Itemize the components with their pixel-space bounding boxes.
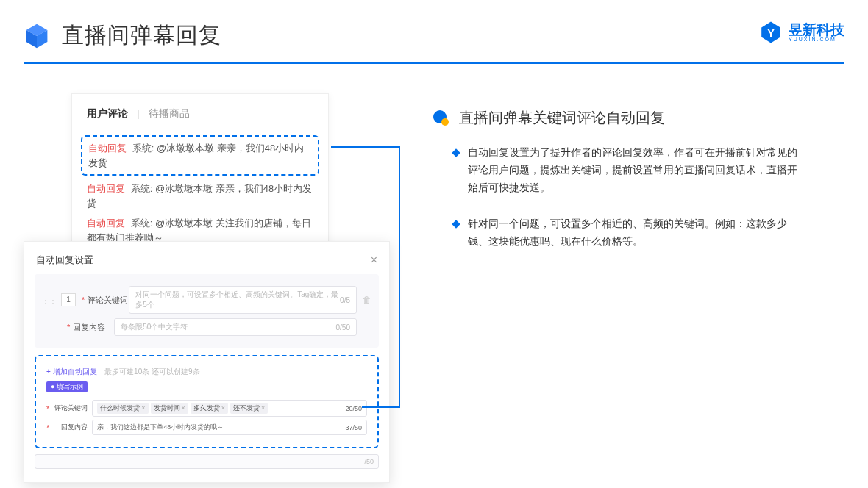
example-keyword-row: * 评论关键词 什么时候发货×发货时间×多久发货×还不发货× 20/50 [46, 400, 367, 417]
auto-reply-tag: 自动回复 [87, 218, 125, 229]
example-reply-input[interactable]: 亲，我们这边都是下单48小时内发货的哦～ 37/50 [92, 420, 367, 435]
form-row-reply: * 回复内容 每条限50个中文字符 0/50 [42, 318, 371, 336]
brand-sub: YUUXIN.COM [789, 37, 844, 42]
bullet-1: 自动回复设置为了提升作者的评论回复效率，作者可在开播前针对常见的评论用户问题，提… [433, 144, 844, 196]
reply-input[interactable]: 每条限50个中文字符 0/50 [114, 318, 357, 336]
close-icon[interactable]: × [371, 254, 377, 267]
tab-comments[interactable]: 用户评论 [87, 107, 128, 125]
connector [331, 146, 400, 148]
form-block: ⋮⋮ 1 * 评论关键词 对同一个问题，可设置多个相近、高频的关键词。Tag确定… [35, 274, 379, 348]
example-block: + 增加自动回复 最多可建10条 还可以创建9条 ● 填写示例 * 评论关键词 … [35, 355, 379, 448]
cube-icon [24, 23, 50, 49]
settings-title-row: 自动回复设置 × [35, 251, 379, 274]
drag-icon[interactable]: ⋮⋮ [42, 296, 57, 304]
left-column: 用户评论 待播商品 自动回复 系统: @冰墩墩本墩 亲亲，我们48小时内发货自动… [24, 93, 391, 483]
example-reply-row: * 回复内容 亲，我们这边都是下单48小时内发货的哦～ 37/50 [46, 420, 367, 435]
brand-logo: Y 昱新科技 YUUXIN.COM [759, 21, 844, 44]
auto-reply-tag: 自动回复 [87, 183, 125, 194]
comments-tabs: 用户评论 待播商品 [87, 107, 313, 125]
row-number: 1 [61, 293, 76, 306]
keyword-chip[interactable]: 还不发货× [230, 403, 268, 414]
comment-row: 自动回复 系统: @冰墩墩本墩 亲亲，我们48小时内发货 [87, 182, 313, 210]
required-mark: * [82, 295, 85, 304]
svg-point-5 [441, 118, 449, 126]
auto-reply-tag: 自动回复 [88, 143, 127, 154]
add-auto-reply-link[interactable]: + 增加自动回复 [46, 367, 97, 376]
example-keyword-input[interactable]: 什么时候发货×发货时间×多久发货×还不发货× 20/50 [92, 400, 367, 417]
svg-text:Y: Y [767, 27, 775, 39]
settings-panel: 自动回复设置 × ⋮⋮ 1 * 评论关键词 对同一个问题，可设置多个相近、高频的… [24, 241, 390, 483]
page-title: 直播间弹幕回复 [62, 21, 221, 51]
keyword-chip[interactable]: 多久发货× [191, 403, 228, 414]
example-badge: ● 填写示例 [46, 381, 88, 392]
keyword-input[interactable]: 对同一个问题，可设置多个相近、高频的关键词。Tag确定，最多5个 0/5 [129, 286, 357, 314]
section-title: 直播间弹幕关键词评论自动回复 [459, 108, 665, 128]
main: 用户评论 待播商品 自动回复 系统: @冰墩墩本墩 亲亲，我们48小时内发货自动… [0, 64, 868, 483]
ghost-box: /50 [35, 454, 379, 469]
diamond-icon [452, 220, 460, 229]
bullet-2: 针对同一个问题，可设置多个相近的、高频的关键词。例如：这款多少钱、这块能优惠吗、… [433, 215, 844, 251]
brand-icon: Y [759, 21, 783, 44]
settings-title: 自动回复设置 [36, 254, 93, 267]
add-hint: 最多可建10条 还可以创建9条 [104, 367, 199, 376]
keyword-chip[interactable]: 什么时候发货× [97, 403, 148, 414]
tab-products[interactable]: 待播商品 [149, 107, 190, 125]
required-mark: * [67, 323, 70, 331]
trash-icon[interactable]: 🗑 [363, 295, 371, 305]
section-head: 直播间弹幕关键词评论自动回复 [433, 108, 844, 128]
bubble-icon [433, 110, 450, 127]
keyword-chip[interactable]: 发货时间× [151, 403, 188, 414]
add-row: + 增加自动回复 最多可建10条 还可以创建9条 [46, 364, 367, 377]
brand-name: 昱新科技 [789, 23, 844, 37]
keyword-label: 评论关键词 [88, 295, 129, 306]
right-column: 直播间弹幕关键词评论自动回复 自动回复设置为了提升作者的评论回复效率，作者可在开… [391, 93, 844, 483]
comments-card: 用户评论 待播商品 自动回复 系统: @冰墩墩本墩 亲亲，我们48小时内发货自动… [71, 93, 329, 262]
form-row-keyword: ⋮⋮ 1 * 评论关键词 对同一个问题，可设置多个相近、高频的关键词。Tag确定… [42, 286, 371, 314]
reply-label: 回复内容 [73, 322, 114, 333]
header: 直播间弹幕回复 Y 昱新科技 YUUXIN.COM [0, 0, 868, 51]
diamond-icon [452, 148, 460, 157]
connector [399, 146, 400, 406]
comment-row: 自动回复 系统: @冰墩墩本墩 亲亲，我们48小时内发货 [81, 135, 319, 176]
connector [362, 406, 400, 408]
